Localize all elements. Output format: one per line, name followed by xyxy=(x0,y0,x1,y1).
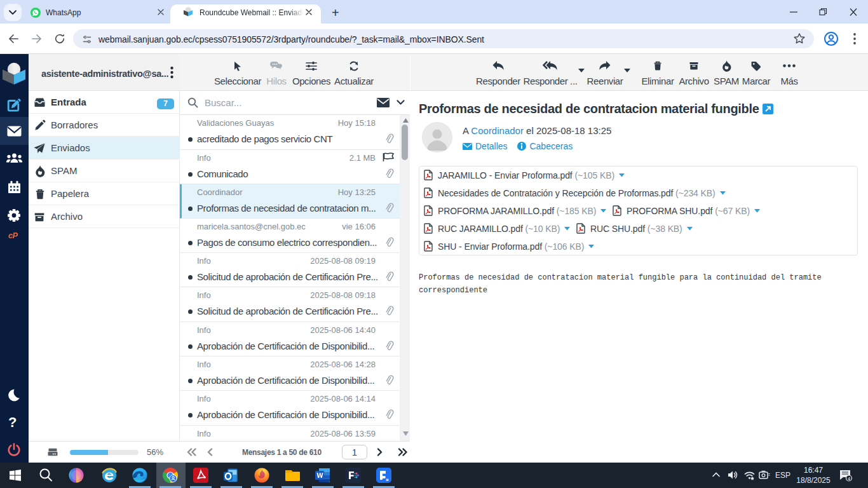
svg-text:4: 4 xyxy=(848,476,850,482)
